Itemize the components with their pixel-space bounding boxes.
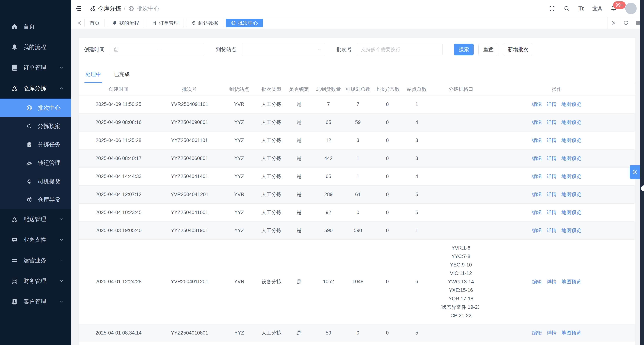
arrival-station-select[interactable] bbox=[242, 43, 325, 55]
collapse-sidebar-button[interactable] bbox=[75, 5, 82, 12]
sidebar-item-operation-business[interactable]: 运营业务 bbox=[0, 250, 71, 271]
sidebar-item-business-support[interactable]: 业务支撑 bbox=[0, 230, 71, 250]
action-link-map-preview[interactable]: 地图预览 bbox=[562, 101, 581, 107]
settings-button[interactable] bbox=[630, 165, 640, 179]
sidebar-subitem-warehouse-exception[interactable]: 仓库异常 bbox=[0, 191, 71, 209]
action-link-detail[interactable]: 详情 bbox=[547, 192, 556, 197]
table-cell: YVR bbox=[221, 239, 258, 324]
table-cell: 2025-04-04 14:44:33 bbox=[79, 167, 158, 185]
breadcrumb-label: 仓库分拣 bbox=[98, 4, 121, 12]
sidebar-item-delivery-management[interactable]: 配送管理 bbox=[0, 209, 71, 230]
action-link-map-preview[interactable]: 地图预览 bbox=[562, 119, 581, 125]
table-cell: 59 bbox=[344, 113, 372, 131]
sidebar-item-order-management[interactable]: 订单管理 bbox=[0, 57, 71, 78]
action-link-edit[interactable]: 编辑 bbox=[532, 156, 542, 161]
view-tab-processing[interactable]: 处理中 bbox=[86, 71, 101, 83]
sidebar-subitem-sorting-task[interactable]: 分拣任务 bbox=[0, 135, 71, 154]
action-link-detail[interactable]: 详情 bbox=[547, 210, 556, 215]
action-link-map-preview[interactable]: 地图预览 bbox=[562, 210, 581, 215]
table-cell: 是 bbox=[285, 239, 313, 324]
action-link-edit[interactable]: 编辑 bbox=[532, 210, 542, 215]
tab-arrival-data[interactable]: 到达数据 bbox=[186, 19, 224, 27]
table-cell: 2025-04-03 19:05:40 bbox=[79, 221, 158, 239]
action-link-map-preview[interactable]: 地图预览 bbox=[562, 192, 581, 197]
breadcrumb-warehouse-sorting[interactable]: 仓库分拣 bbox=[90, 4, 121, 12]
font-size-icon[interactable]: Tt bbox=[578, 6, 584, 11]
avatar[interactable] bbox=[625, 3, 637, 14]
action-link-detail[interactable]: 详情 bbox=[547, 330, 556, 336]
table-cell: 0 bbox=[372, 113, 403, 131]
action-link-map-preview[interactable]: 地图预览 bbox=[562, 138, 581, 143]
sidebar-item-my-flow[interactable]: 我的流程 bbox=[0, 37, 71, 57]
table-cell: 人工分拣 bbox=[258, 113, 285, 131]
action-link-edit[interactable]: 编辑 bbox=[532, 101, 542, 107]
view-tab-completed[interactable]: 已完成 bbox=[114, 71, 130, 83]
col-header: 创建时间 bbox=[79, 83, 158, 95]
table-cell: 4 bbox=[403, 167, 430, 185]
batch-center-card: 创建时间 – 到货站点 批次号 搜索 重置 新增批次 bbox=[79, 38, 635, 345]
view-tabs: 处理中 已完成 bbox=[79, 71, 635, 83]
table-cell: YYZ bbox=[221, 324, 258, 342]
action-link-edit[interactable]: 编辑 bbox=[532, 192, 542, 197]
action-link-detail[interactable]: 详情 bbox=[547, 156, 556, 161]
table-cell: 4 bbox=[403, 113, 430, 131]
sidebar-item-customer-management[interactable]: 客户管理 bbox=[0, 291, 71, 312]
table-row: 2025-04-09 08:08:16YYZ2504090801YYZ人工分拣是… bbox=[79, 113, 635, 131]
action-link-edit[interactable]: 编辑 bbox=[532, 119, 542, 125]
double-chevron-right-icon bbox=[611, 20, 616, 26]
tabs-scroll-right-button[interactable] bbox=[608, 17, 620, 29]
search-icon[interactable] bbox=[564, 5, 570, 11]
date-range-picker[interactable]: – bbox=[110, 43, 205, 55]
action-link-map-preview[interactable]: 地图预览 bbox=[562, 330, 581, 336]
action-link-detail[interactable]: 详情 bbox=[547, 138, 556, 143]
action-link-edit[interactable]: 编辑 bbox=[532, 330, 542, 336]
notifications-button[interactable]: 99+ bbox=[610, 5, 617, 11]
action-link-detail[interactable]: 详情 bbox=[547, 279, 556, 285]
action-link-detail[interactable]: 详情 bbox=[547, 119, 556, 125]
translate-icon[interactable]: 文A bbox=[592, 6, 602, 11]
action-link-edit[interactable]: 编辑 bbox=[532, 138, 542, 143]
sidebar-subitem-batch-center[interactable]: 批次中心 bbox=[0, 99, 71, 117]
refresh-button[interactable] bbox=[620, 17, 632, 29]
table-scroll-area[interactable]: 创建时间批次号到货站点批次类型是否锁定总到货数量可规划总数上报异常数站点总数分拣… bbox=[79, 83, 635, 342]
action-link-detail[interactable]: 详情 bbox=[547, 174, 556, 179]
action-link-detail[interactable]: 详情 bbox=[547, 228, 556, 233]
table-row: 2025-04-09 11:50:25YVR2504091101YVR人工分拣是… bbox=[79, 95, 635, 113]
sidebar-item-warehouse-sorting[interactable]: 仓库分拣 bbox=[0, 78, 71, 99]
tab-batch-center[interactable]: 批次中心 bbox=[226, 19, 263, 27]
icecream-icon bbox=[26, 178, 32, 185]
table-cell: 3 bbox=[403, 149, 430, 167]
reset-button[interactable]: 重置 bbox=[478, 43, 498, 55]
sidebar-item-finance-management[interactable]: 财务管理 bbox=[0, 271, 71, 291]
table-row: 2025-04-03 19:05:40YYZ2504031901YYZ人工分拣是… bbox=[79, 221, 635, 239]
sidebar-subitem-driver-pickup[interactable]: 司机提货 bbox=[0, 172, 71, 191]
action-link-edit[interactable]: 编辑 bbox=[532, 228, 542, 233]
search-button[interactable]: 搜索 bbox=[454, 43, 474, 55]
fullscreen-icon[interactable] bbox=[549, 5, 555, 11]
tab-order-management[interactable]: 订单管理 bbox=[147, 19, 184, 27]
add-batch-button[interactable]: 新增批次 bbox=[503, 43, 533, 55]
action-link-edit[interactable]: 编辑 bbox=[532, 174, 542, 179]
chevron-down-icon bbox=[59, 237, 64, 242]
tabs-scroll-left-button[interactable] bbox=[76, 20, 82, 26]
batch-no-input[interactable] bbox=[357, 43, 442, 55]
table-cell: YVR2504011201 bbox=[158, 239, 221, 324]
header-actions: Tt 文A 99+ bbox=[549, 3, 637, 14]
action-link-map-preview[interactable]: 地图预览 bbox=[562, 228, 581, 233]
action-link-detail[interactable]: 详情 bbox=[547, 101, 556, 107]
sidebar-subitem-transfer-management[interactable]: 转运管理 bbox=[0, 154, 71, 172]
table-cell: 人工分拣 bbox=[258, 203, 285, 221]
action-link-edit[interactable]: 编辑 bbox=[532, 279, 542, 285]
tab-home[interactable]: 首页 bbox=[84, 19, 105, 27]
table-row: 2025-04-06 11:25:28YYZ2504061101YYZ人工分拣是… bbox=[79, 131, 635, 149]
action-link-map-preview[interactable]: 地图预览 bbox=[562, 156, 581, 161]
table-cell: 人工分拣 bbox=[258, 167, 285, 185]
tab-my-flow[interactable]: 我的流程 bbox=[107, 19, 144, 27]
action-link-map-preview[interactable]: 地图预览 bbox=[562, 174, 581, 179]
table-cell: 7 bbox=[344, 95, 372, 113]
sidebar-item-home[interactable]: 首页 bbox=[0, 16, 71, 37]
table-cell: 2025-04-09 11:50:25 bbox=[79, 95, 158, 113]
table-cell: 590 bbox=[344, 221, 372, 239]
action-link-map-preview[interactable]: 地图预览 bbox=[562, 279, 581, 285]
sidebar-subitem-sorting-plan[interactable]: 分拣预案 bbox=[0, 117, 71, 135]
